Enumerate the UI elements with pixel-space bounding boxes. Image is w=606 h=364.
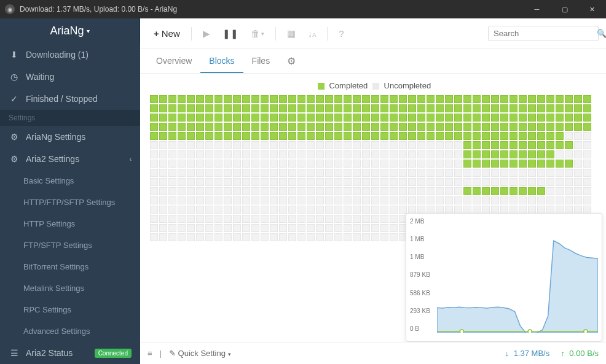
menu-icon[interactable]: ≡ [148, 349, 152, 358]
block-cell [279, 160, 287, 168]
block-cell [546, 95, 554, 103]
block-cell [325, 123, 333, 131]
block-cell [344, 123, 352, 131]
block-cell [150, 104, 158, 112]
window-title: Download: 1.37 MB/s, Upload: 0.00 B/s - … [20, 5, 523, 14]
block-cell [288, 169, 296, 177]
sidebar-sub-http[interactable]: HTTP Settings [0, 213, 140, 234]
sidebar-item-waiting[interactable]: ◷ Waiting [0, 66, 140, 88]
block-cell [353, 160, 361, 168]
sidebar-item-ariang-settings[interactable]: ⚙ AriaNg Settings [0, 126, 140, 148]
block-cell [178, 150, 186, 158]
block-cell [316, 123, 324, 131]
block-cell [178, 215, 186, 223]
close-button[interactable]: ✕ [578, 0, 606, 18]
upload-speed-value: 0.00 B/s [569, 349, 599, 358]
block-cell [159, 215, 167, 223]
block-cell [500, 123, 508, 131]
tab-blocks[interactable]: Blocks [200, 50, 243, 73]
maximize-button[interactable]: ▢ [551, 0, 578, 18]
block-cell [583, 104, 591, 112]
block-cell [454, 187, 462, 195]
search-box[interactable]: 🔍 [488, 26, 599, 41]
tab-files[interactable]: Files [243, 50, 279, 73]
block-cell [251, 104, 259, 112]
block-cell [362, 160, 370, 168]
block-cell [159, 224, 167, 232]
block-cell [297, 233, 305, 241]
block-cell [482, 187, 490, 195]
block-cell [242, 196, 250, 204]
play-button[interactable]: ▶ [197, 25, 216, 43]
block-cell [297, 187, 305, 195]
block-cell [371, 95, 379, 103]
sidebar-sub-http-ftp-sftp[interactable]: HTTP/FTP/SFTP Settings [0, 192, 140, 213]
block-cell [214, 196, 222, 204]
sort-button[interactable]: ↓A [302, 25, 323, 42]
block-cell [380, 104, 388, 112]
block-cell [325, 196, 333, 204]
block-cell [297, 169, 305, 177]
sidebar-sub-basic[interactable]: Basic Settings [0, 170, 140, 192]
block-cell [537, 104, 545, 112]
minimize-button[interactable]: ─ [523, 0, 551, 18]
pause-button[interactable]: ❚❚ [216, 25, 245, 43]
block-cell [261, 95, 269, 103]
sidebar-item-aria2-settings[interactable]: ⚙ Aria2 Settings ‹ [0, 148, 140, 170]
block-cell [297, 150, 305, 158]
sidebar-item-downloading[interactable]: ⬇ Downloading (1) [0, 44, 140, 66]
block-cell [297, 141, 305, 149]
block-cell [556, 169, 564, 177]
block-cell [362, 150, 370, 158]
block-cell [187, 196, 195, 204]
brand[interactable]: AriaNg ▾ [0, 18, 140, 44]
block-cell [178, 206, 186, 214]
help-button[interactable]: ? [333, 25, 350, 42]
block-cell [325, 150, 333, 158]
sidebar-sub-advanced[interactable]: Advanced Settings [0, 320, 140, 342]
block-cell [362, 169, 370, 177]
block-cell [214, 233, 222, 241]
block-cell [297, 132, 305, 140]
delete-button[interactable]: 🗑▾ [245, 25, 270, 42]
block-cell [399, 114, 407, 122]
block-cell [537, 196, 545, 204]
block-cell [353, 224, 361, 232]
block-cell [482, 132, 490, 140]
block-cell [159, 123, 167, 131]
block-cell [279, 104, 287, 112]
block-cell [371, 206, 379, 214]
sidebar-item-finished[interactable]: ✓ Finished / Stopped [0, 88, 140, 110]
block-cell [362, 114, 370, 122]
block-cell [307, 169, 315, 177]
block-cell [408, 178, 416, 186]
sidebar-sub-metalink[interactable]: Metalink Settings [0, 277, 140, 299]
block-cell [537, 132, 545, 140]
tab-overview[interactable]: Overview [148, 50, 200, 73]
tab-settings-button[interactable]: ⚙ [278, 49, 304, 73]
block-cell [380, 233, 388, 241]
block-cell [251, 206, 259, 214]
new-button[interactable]: + New [148, 25, 186, 42]
block-cell [344, 114, 352, 122]
block-cell [399, 150, 407, 158]
block-cell [371, 141, 379, 149]
search-input[interactable] [494, 29, 597, 38]
quick-setting-button[interactable]: ✎ Quick Setting ▾ [169, 349, 231, 358]
view-grid-button[interactable]: ▦ [281, 25, 302, 43]
block-cell [427, 187, 435, 195]
sidebar-item-aria2-status[interactable]: ☰ Aria2 Status Connected [0, 342, 140, 364]
block-cell [159, 132, 167, 140]
block-cell [583, 141, 591, 149]
block-cell [583, 114, 591, 122]
sidebar: AriaNg ▾ ⬇ Downloading (1) ◷ Waiting ✓ F… [0, 18, 140, 364]
block-cell [178, 187, 186, 195]
block-cell [214, 114, 222, 122]
sidebar-sub-rpc[interactable]: RPC Settings [0, 299, 140, 320]
block-cell [233, 95, 241, 103]
block-cell [150, 141, 158, 149]
sidebar-sub-bittorrent[interactable]: BitTorrent Settings [0, 256, 140, 277]
sidebar-sub-ftp-sftp[interactable]: FTP/SFTP Settings [0, 234, 140, 256]
block-cell [307, 206, 315, 214]
block-cell [344, 104, 352, 112]
